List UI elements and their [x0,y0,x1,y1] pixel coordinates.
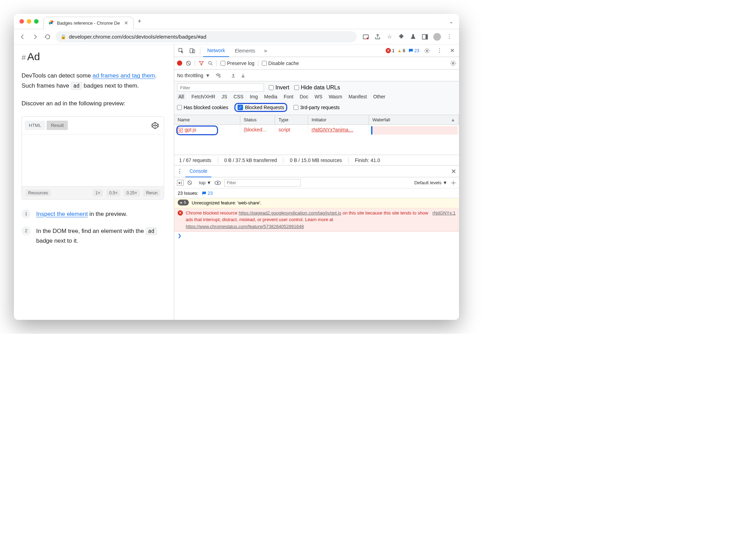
codepen-icon[interactable] [149,120,161,131]
drawer-tab-console[interactable]: Console [185,165,211,177]
warning-count[interactable]: ▲6 [397,48,405,53]
forward-button[interactable] [31,32,40,41]
filter-type-manifest[interactable]: Manifest [348,94,367,99]
more-tabs-icon[interactable]: » [261,46,271,56]
clear-console-icon[interactable] [187,180,192,185]
svg-point-16 [217,182,219,184]
sidepanel-icon[interactable] [421,33,428,40]
preview-tab-html[interactable]: HTML [25,121,45,130]
col-name[interactable]: Name [174,115,240,124]
console-output: ▸ 5 Unrecognized feature: 'web-share'. ✕… [174,198,459,320]
translate-icon[interactable] [362,33,369,40]
issues-count[interactable]: 23 [408,48,419,53]
filter-type-wasm[interactable]: Wasm [329,94,342,99]
tab-network[interactable]: Network [203,44,229,57]
filter-type-all[interactable]: All [177,94,185,99]
maximize-window-button[interactable] [34,19,39,24]
console-prompt[interactable]: ❯ [174,232,459,240]
console-sidebar-toggle[interactable]: ▸| [177,180,184,186]
blocked-requests-checkbox[interactable]: ✓Blocked Requests [238,105,284,110]
close-devtools-icon[interactable]: ✕ [447,46,457,56]
blocked-cookies-checkbox[interactable]: Has blocked cookies [177,105,228,110]
rerun-button[interactable]: Rerun [143,189,160,196]
bookmark-icon[interactable]: ☆ [386,33,393,40]
share-icon[interactable] [374,33,381,40]
preserve-log-checkbox[interactable]: Preserve log [220,60,255,66]
invert-checkbox[interactable]: Invert [269,84,289,91]
preview-iframe[interactable] [22,134,164,186]
filter-input[interactable] [177,83,264,92]
col-initiator[interactable]: Initiator [308,115,369,124]
inspect-icon[interactable] [176,46,186,56]
cell-initiator: rNdGNYx?anima… [308,125,369,135]
inspect-element-link[interactable]: Inspect the element [36,211,88,217]
back-button[interactable] [18,32,27,41]
tab-title: Badges reference - Chrome De [57,21,120,26]
filter-type-media[interactable]: Media [264,94,278,99]
error-count[interactable]: ✕1 [386,48,394,53]
filter-icon[interactable] [199,60,204,66]
filter-type-fetch[interactable]: Fetch/XHR [192,94,215,99]
drawer-kebab-icon[interactable]: ⋮ [177,168,183,175]
network-conditions-icon[interactable] [215,72,221,79]
close-drawer-icon[interactable]: ✕ [451,168,456,175]
filter-type-img[interactable]: Img [250,94,258,99]
device-toggle-icon[interactable] [187,46,197,56]
filter-type-font[interactable]: Font [284,94,293,99]
browser-tab[interactable]: Badges reference - Chrome De ✕ [43,17,134,29]
clear-icon[interactable] [186,60,191,66]
labs-icon[interactable] [410,33,417,40]
record-button[interactable] [177,60,182,66]
col-type[interactable]: Type [275,115,308,124]
address-bar[interactable]: 🔒 developer.chrome.com/docs/devtools/ele… [56,31,357,42]
menu-icon[interactable]: ⋮ [446,33,453,40]
profile-avatar[interactable] [433,33,441,41]
error-source-link[interactable]: rNdGNYx:1 [433,210,456,217]
console-error-line[interactable]: ✕ Chrome blocked resource https://pagead… [174,208,459,232]
filter-type-other[interactable]: Other [373,94,385,99]
zoom-1x[interactable]: 1× [93,189,103,196]
filter-type-css[interactable]: CSS [233,94,243,99]
minimize-window-button[interactable] [27,19,31,24]
settings-icon[interactable] [422,46,432,56]
network-table-header: Name Status Type Initiator Waterfall▲ [174,115,459,125]
filter-type-doc[interactable]: Doc [300,94,308,99]
ad-frames-link[interactable]: ad frames and tag them [93,72,155,79]
filter-type-js[interactable]: JS [222,94,227,99]
new-tab-button[interactable]: + [138,18,142,25]
log-levels-select[interactable]: Default levels ▼ [414,180,447,185]
browser-window: Badges reference - Chrome De ✕ + ⌄ 🔒 dev… [14,14,459,320]
filter-type-ws[interactable]: WS [315,94,323,99]
hide-data-urls-checkbox[interactable]: Hide data URLs [294,84,340,91]
disable-cache-checkbox[interactable]: Disable cache [262,60,299,66]
resources-button[interactable]: Resources [25,189,51,196]
reload-button[interactable] [43,32,52,41]
kebab-icon[interactable]: ⋮ [435,46,444,56]
live-expression-icon[interactable] [215,181,221,185]
close-window-button[interactable] [19,19,24,24]
console-filter-input[interactable] [224,179,301,187]
col-waterfall[interactable]: Waterfall▲ [369,115,459,124]
export-har-icon[interactable] [241,73,246,78]
tabs-dropdown-icon[interactable]: ⌄ [449,19,453,24]
preview-tab-result[interactable]: Result [47,121,68,130]
throttling-select[interactable]: No throttling ▼ [177,73,210,78]
extensions-icon[interactable] [398,33,405,40]
navigation-bar: 🔒 developer.chrome.com/docs/devtools/ele… [14,29,459,44]
tab-elements[interactable]: Elements [231,44,259,57]
close-tab-icon[interactable]: ✕ [124,20,128,26]
search-icon[interactable] [208,60,213,66]
svg-rect-5 [426,34,428,39]
network-settings-icon[interactable] [450,60,456,66]
import-har-icon[interactable] [231,73,236,78]
col-status[interactable]: Status [240,115,275,124]
issues-chip[interactable]: 23 [202,191,212,196]
zoom-025x[interactable]: 0.25× [124,189,140,196]
context-select[interactable]: top ▼ [199,180,211,185]
third-party-checkbox[interactable]: 3rd-party requests [293,105,340,110]
blocked-requests-highlight: ✓Blocked Requests [234,103,287,112]
step-number: 1 [22,209,31,218]
console-warning-line[interactable]: ▸ 5 Unrecognized feature: 'web-share'. [174,198,459,208]
zoom-05x[interactable]: 0.5× [106,189,120,196]
console-settings-icon[interactable] [451,180,456,186]
